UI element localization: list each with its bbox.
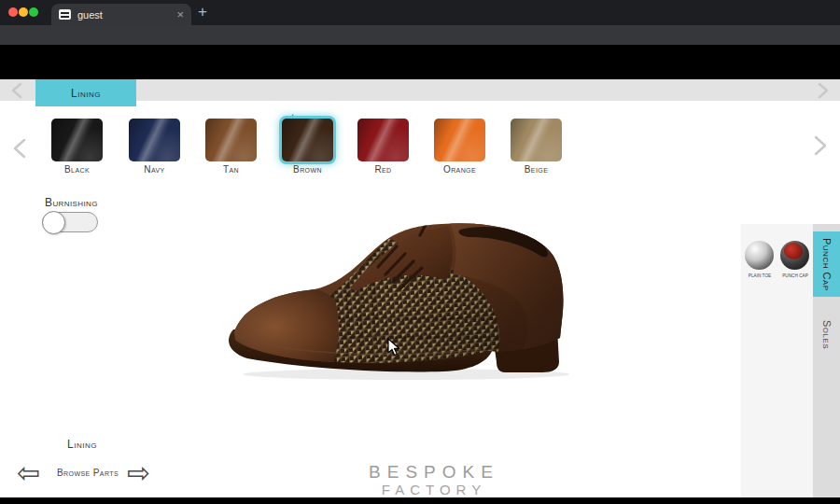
swatch-label: Tan [205,164,257,175]
browser-tab-bar: guest × + [0,0,840,25]
app-window: guest × + ← → ↻ https://guest.bespokefac… [0,0,840,504]
new-tab-button[interactable]: + [198,3,207,21]
swatch-orange[interactable] [434,119,485,161]
share-label: SHARE [371,111,397,118]
app-header: ⇦ Mens Dress Oxford PRODUCT INFO i GET I… [0,45,840,79]
full-screen-label: FULL SCREEN [469,111,518,118]
swatch-beige[interactable] [511,119,562,161]
brand-line2: FACTORY [327,482,541,497]
swatch-tan[interactable] [205,119,257,161]
macos-zoom-button[interactable] [29,7,38,17]
burnishing-toggle[interactable] [42,212,98,232]
swatch-red[interactable] [357,119,409,161]
window-bottom-edge [0,497,840,504]
get-inspired-label: GET INSPIRED [305,111,357,118]
browse-parts-label: Browse Parts [45,468,131,478]
browser-toolbar: ← → ↻ https://guest.bespokefactory.com/#… [0,25,840,45]
swatch-black[interactable] [51,119,103,161]
macos-close-button[interactable] [8,7,18,17]
tabs-next-chevron[interactable] [816,82,831,99]
close-icon[interactable]: × [176,8,184,21]
swatch-label: Black [51,164,103,175]
next-part-arrow-icon[interactable]: ⇨ [127,459,150,487]
browser-tab[interactable]: guest × [51,4,191,25]
contact-us-label: CONTACT US [411,110,457,117]
plain-toe-label: PLAIN TOE [744,273,776,278]
tabs-prev-chevron[interactable] [9,82,24,99]
punch-cap-option[interactable] [780,241,809,270]
site-favicon [59,9,71,20]
cap-options-panel: PLAIN TOE PUNCH CAP [741,224,813,497]
side-tab-soles[interactable]: Soles [813,297,840,373]
shoe-3d-view[interactable] [219,205,588,383]
swatch-brown[interactable] [282,119,333,161]
prev-part-arrow-icon[interactable]: ⇦ [17,459,40,487]
current-part-label: Lining [35,438,129,451]
tab-title: guest [77,9,170,21]
brand-line1: BESPOKE [327,462,541,483]
swatch-navy[interactable] [129,119,180,161]
side-tab-punch-cap[interactable]: Punch Cap [813,231,840,297]
side-tab-strip: Punch Cap Soles [813,224,840,497]
plain-toe-option[interactable] [745,241,774,270]
swatch-label: Red [357,164,409,175]
burnishing-label: Burnishing [45,196,98,209]
swatch-label: Beige [511,164,562,175]
swatch-next-chevron[interactable] [812,135,829,156]
tab-lining[interactable]: Lining [35,79,136,106]
punch-cap-label: PUNCH CAP [779,273,811,278]
swatch-prev-chevron[interactable] [11,138,28,159]
swatch-label: Brown [282,164,333,175]
swatch-label: Orange [434,164,485,175]
mouse-cursor [387,338,400,357]
macos-minimize-button[interactable] [19,7,28,17]
toggle-knob [42,211,65,234]
swatch-label: Navy [129,164,180,175]
